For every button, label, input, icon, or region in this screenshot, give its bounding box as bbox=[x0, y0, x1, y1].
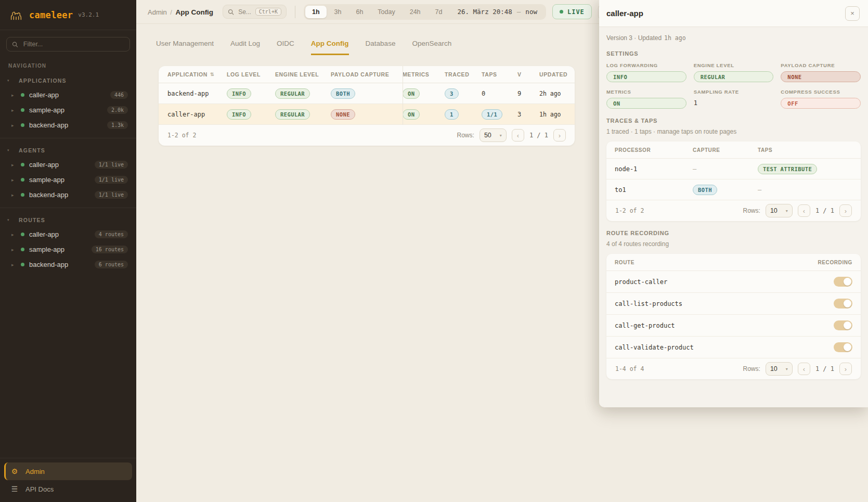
sidebar-item-routes-backend-app[interactable]: ▸ backend-app 6 routes bbox=[0, 257, 136, 272]
shortcut-badge: Ctrl+K bbox=[255, 8, 281, 16]
sidebar-item-applications-backend-app[interactable]: ▸ backend-app 1.3k bbox=[0, 118, 136, 133]
pagination-range: 1-2 of 2 bbox=[167, 132, 196, 139]
sidebar-item-routes-caller-app[interactable]: ▸ caller-app 4 routes bbox=[0, 227, 136, 242]
chevron-down-icon: ▾ bbox=[7, 148, 11, 152]
versions-value: 9 bbox=[517, 90, 539, 97]
tab-oidc[interactable]: OIDC bbox=[277, 40, 294, 55]
breadcrumb-admin[interactable]: Admin bbox=[148, 8, 167, 16]
route-row-call-get-product: call-get-product bbox=[606, 315, 861, 337]
status-dot bbox=[21, 263, 24, 266]
col-traced: TRACED bbox=[445, 71, 482, 78]
sidebar-item-agents-backend-app[interactable]: ▸ backend-app 1/1 live bbox=[0, 187, 136, 202]
next-page-button[interactable]: › bbox=[839, 204, 852, 217]
tab-opensearch[interactable]: OpenSearch bbox=[412, 40, 451, 55]
sidebar-item-agents-caller-app[interactable]: ▸ caller-app 1/1 live bbox=[0, 157, 136, 172]
filter-input[interactable] bbox=[22, 40, 124, 48]
logo: cameleer v3.2.1 bbox=[0, 0, 136, 30]
recording-toggle[interactable] bbox=[834, 299, 852, 308]
next-page-button[interactable]: › bbox=[553, 129, 566, 141]
pagination-range: 1-2 of 2 bbox=[615, 207, 644, 214]
prev-page-button[interactable]: ‹ bbox=[798, 204, 810, 217]
time-range-6h[interactable]: 6h bbox=[349, 6, 370, 18]
breadcrumb: Admin / App Config bbox=[148, 7, 213, 17]
menu-icon: ☰ bbox=[10, 485, 19, 493]
status-dot bbox=[21, 163, 24, 166]
sidebar-filter[interactable] bbox=[6, 37, 130, 52]
sidebar-item-agents-sample-app[interactable]: ▸ sample-app 1/1 live bbox=[0, 172, 136, 187]
section-head-routes[interactable]: ▾ ROUTES bbox=[0, 213, 136, 227]
rows-per-page-select[interactable]: 50 ▾ bbox=[480, 128, 507, 142]
col-capture: CAPTURE bbox=[693, 147, 758, 153]
sidebar-item-applications-sample-app[interactable]: ▸ sample-app 2.0k bbox=[0, 102, 136, 118]
time-range-3h[interactable]: 3h bbox=[328, 6, 348, 18]
col-log-level: LOG LEVEL bbox=[227, 71, 275, 78]
tap-empty: — bbox=[758, 186, 852, 194]
route-recording-subtitle: 4 of 4 routes recording bbox=[606, 240, 861, 248]
routes-badge: 6 routes bbox=[95, 261, 128, 268]
field-log-forwarding: LOG FORWARDING INFO bbox=[606, 62, 686, 82]
gear-icon: ⚙ bbox=[10, 467, 19, 475]
pagination-range: 1-4 of 4 bbox=[615, 365, 644, 372]
version-meta: Version 3 · Updated 1h ago bbox=[606, 34, 861, 42]
live-button[interactable]: LIVE bbox=[552, 4, 592, 19]
rows-label: Rows: bbox=[743, 365, 760, 372]
chevron-right-icon: ▸ bbox=[11, 108, 16, 113]
section-head-agents[interactable]: ▾ AGENTS bbox=[0, 144, 136, 157]
next-page-button[interactable]: › bbox=[839, 363, 852, 375]
recording-toggle[interactable] bbox=[834, 320, 852, 330]
sidebar-item-api-docs[interactable]: ☰ API Docs bbox=[4, 480, 132, 498]
recording-toggle[interactable] bbox=[834, 277, 852, 287]
time-range-7d[interactable]: 7d bbox=[429, 6, 449, 18]
global-search[interactable]: Se... Ctrl+K bbox=[223, 5, 287, 19]
table-row-backend-app[interactable]: backend-app INFO REGULAR BOTH ON 3 0 9 2… bbox=[159, 83, 575, 104]
traces-taps-heading: TRACES & TAPS bbox=[606, 118, 861, 124]
col-metrics: METRICS bbox=[403, 71, 445, 78]
date-range-display[interactable]: 26. März 20:48 — now bbox=[450, 8, 544, 16]
drawer-header: caller-app × bbox=[599, 0, 868, 27]
prev-page-button[interactable]: ‹ bbox=[798, 363, 810, 375]
app-name: cameleer bbox=[29, 10, 73, 20]
time-range-24h[interactable]: 24h bbox=[403, 6, 427, 18]
payload-capture-value: NONE bbox=[781, 71, 861, 82]
time-range-1h[interactable]: 1h bbox=[305, 6, 327, 18]
tab-database[interactable]: Database bbox=[366, 40, 396, 55]
chevron-down-icon: ▾ bbox=[7, 79, 11, 83]
recording-toggle[interactable] bbox=[834, 342, 852, 352]
traced-badge: 1 bbox=[445, 109, 459, 120]
rows-per-page-select[interactable]: 10 ▾ bbox=[766, 362, 793, 376]
table-row-caller-app[interactable]: caller-app INFO REGULAR NONE ON 1 1/1 3 … bbox=[159, 104, 575, 125]
section-head-applications[interactable]: ▾ APPLICATIONS bbox=[0, 74, 136, 87]
sidebar: cameleer v3.2.1 NAVIGATION ▾ APPLICATION… bbox=[0, 0, 136, 502]
close-button[interactable]: × bbox=[845, 6, 860, 21]
metrics-badge: ON bbox=[403, 109, 420, 120]
col-taps: TAPS bbox=[758, 147, 852, 153]
traces-taps-subtitle: 1 traced · 1 taps · manage taps on route… bbox=[606, 128, 861, 135]
app-screen: cameleer v3.2.1 NAVIGATION ▾ APPLICATION… bbox=[0, 0, 868, 502]
metrics-value: ON bbox=[606, 98, 686, 109]
sidebar-item-routes-sample-app[interactable]: ▸ sample-app 16 routes bbox=[0, 242, 136, 257]
taps-value: 0 bbox=[482, 90, 517, 97]
col-route: ROUTE bbox=[615, 260, 818, 265]
tab-audit-log[interactable]: Audit Log bbox=[230, 40, 260, 55]
sidebar-item-admin[interactable]: ⚙ Admin bbox=[4, 462, 132, 480]
rows-per-page-select[interactable]: 10 ▾ bbox=[766, 204, 793, 217]
metrics-badge: ON bbox=[403, 88, 420, 99]
live-dot-icon bbox=[560, 10, 563, 14]
close-icon: × bbox=[850, 9, 854, 17]
tab-user-management[interactable]: User Management bbox=[156, 40, 214, 55]
capture-badge: BOTH bbox=[693, 185, 717, 195]
time-range-today[interactable]: Today bbox=[371, 6, 401, 18]
field-sampling-rate: SAMPLING RATE 1 bbox=[694, 89, 774, 109]
count-badge: 446 bbox=[110, 91, 128, 99]
col-application[interactable]: APPLICATION ⇅ bbox=[167, 71, 227, 78]
page-indicator: 1 / 1 bbox=[815, 207, 834, 214]
sidebar-item-applications-caller-app[interactable]: ▸ caller-app 446 bbox=[0, 87, 136, 102]
tab-app-config[interactable]: App Config bbox=[311, 40, 349, 55]
route-row-call-validate-product: call-validate-product bbox=[606, 337, 861, 358]
sidebar-spacer bbox=[0, 272, 136, 458]
chevron-down-icon: ▾ bbox=[7, 218, 11, 222]
engine-level-badge: REGULAR bbox=[275, 88, 310, 99]
prev-page-button[interactable]: ‹ bbox=[512, 129, 524, 141]
taps-table: PROCESSOR CAPTURE TAPS node-1 — TEST ATT… bbox=[606, 141, 861, 221]
search-placeholder: Se... bbox=[238, 8, 251, 16]
